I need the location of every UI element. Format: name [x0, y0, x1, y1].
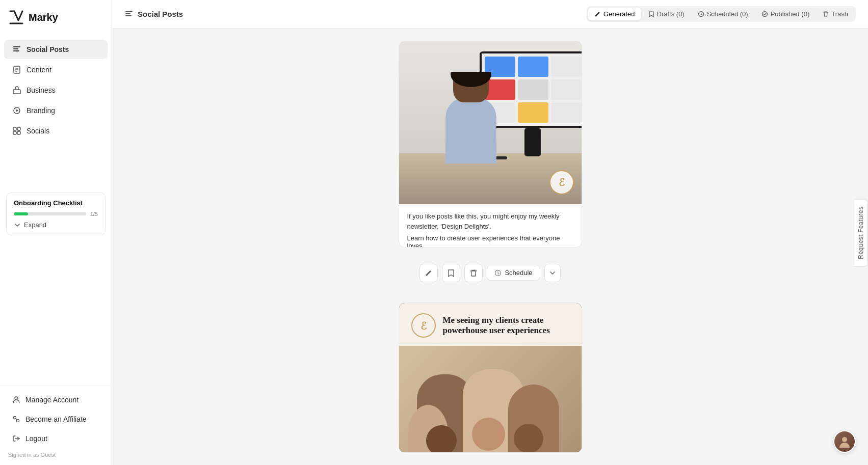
pencil-icon [594, 11, 601, 17]
header-title-group: Social Posts [124, 10, 183, 19]
branded-photo [399, 346, 582, 453]
svg-rect-1 [13, 48, 18, 49]
delete-icon [470, 269, 477, 277]
page-header: Social Posts Generated Drafts (0) [112, 0, 868, 29]
bookmark-icon [648, 11, 654, 17]
sidebar-label-content: Content [27, 66, 51, 74]
brand-circle: ℰ [411, 313, 436, 338]
tab-scheduled[interactable]: Scheduled (0) [692, 8, 754, 20]
sidebar: Marky Social Posts Content [0, 0, 112, 465]
svg-rect-11 [17, 127, 20, 130]
user-avatar[interactable] [833, 430, 856, 453]
sidebar-label-business: Business [27, 86, 56, 94]
schedule-label: Schedule [505, 269, 532, 277]
post-card-2: ℰ Me seeing my clients create powerhouse… [399, 303, 582, 453]
svg-point-16 [17, 420, 19, 422]
tab-trash[interactable]: Trash [817, 8, 854, 20]
app-name: Marky [29, 12, 58, 23]
people-scene [399, 346, 582, 453]
main-content: Social Posts Generated Drafts (0) [112, 0, 868, 465]
sidebar-item-logout[interactable]: Logout [4, 429, 108, 448]
socials-icon [12, 126, 21, 135]
svg-point-28 [842, 437, 847, 442]
schedule-clock-icon [494, 269, 502, 277]
sidebar-bottom: Manage Account Become an Affiliate Logou… [0, 385, 112, 465]
brand-watermark: ℰ [549, 170, 574, 197]
app-logo[interactable]: Marky [0, 0, 112, 35]
logout-label: Logout [25, 434, 47, 443]
request-features-tab[interactable]: Request Features [854, 199, 868, 266]
content-area: ℰ If you like posts like this, you might… [112, 29, 868, 465]
tab-generated-label: Generated [603, 10, 635, 18]
sidebar-item-social-posts[interactable]: Social Posts [4, 40, 108, 59]
tab-trash-label: Trash [831, 10, 848, 18]
business-icon [12, 86, 21, 95]
svg-text:ℰ: ℰ [559, 177, 565, 188]
post-image-1: ℰ [399, 41, 582, 204]
progress-label: 1/5 [90, 211, 98, 217]
page-title: Social Posts [138, 10, 183, 18]
svg-rect-20 [125, 13, 130, 14]
post-actions-1: Schedule [419, 260, 560, 290]
schedule-dropdown-button[interactable] [544, 264, 561, 282]
branding-icon [12, 106, 21, 115]
tab-scheduled-label: Scheduled (0) [707, 10, 748, 18]
bookmark-action-icon [448, 269, 455, 277]
post-text-1: If you like posts like this, you might e… [407, 211, 573, 231]
sidebar-item-business[interactable]: Business [4, 80, 108, 100]
onboarding-title: Onboarding Checklist [14, 199, 98, 207]
signed-in-status: Signed in as Guest [0, 449, 112, 463]
logout-icon [12, 434, 20, 443]
sidebar-label-branding: Branding [27, 106, 55, 115]
progress-bar-fill [14, 212, 28, 215]
expand-button[interactable]: Expand [14, 221, 98, 229]
svg-point-15 [14, 417, 16, 419]
schedule-button[interactable]: Schedule [487, 265, 540, 281]
social-posts-icon [12, 45, 21, 54]
sidebar-item-content[interactable]: Content [4, 60, 108, 79]
sidebar-label-social-posts: Social Posts [27, 45, 69, 53]
become-affiliate-label: Become an Affiliate [25, 415, 87, 423]
svg-point-9 [16, 110, 18, 112]
sidebar-item-socials[interactable]: Socials [4, 121, 108, 141]
affiliate-icon [12, 415, 20, 423]
progress-row: 1/5 [14, 211, 98, 217]
branded-headline: Me seeing my clients create powerhouse u… [443, 315, 569, 336]
svg-point-23 [762, 12, 767, 17]
tab-generated[interactable]: Generated [588, 8, 641, 20]
progress-bar-bg [14, 212, 86, 215]
manage-account-icon [12, 396, 20, 404]
logo-icon [8, 9, 24, 25]
tab-group: Generated Drafts (0) Scheduled (0) [587, 6, 856, 22]
bookmark-button[interactable] [442, 264, 460, 282]
tab-published[interactable]: Published (0) [755, 8, 816, 20]
sidebar-item-branding[interactable]: Branding [4, 101, 108, 120]
svg-rect-12 [13, 131, 16, 134]
svg-rect-13 [17, 131, 20, 134]
svg-rect-0 [13, 46, 20, 47]
tab-drafts-label: Drafts (0) [657, 10, 685, 18]
onboarding-checklist: Onboarding Checklist 1/5 Expand [6, 193, 106, 235]
delete-button[interactable] [464, 264, 483, 282]
tab-drafts[interactable]: Drafts (0) [642, 8, 691, 20]
main-nav: Social Posts Content Business [0, 35, 112, 188]
edit-icon [425, 269, 433, 277]
post-image-2: ℰ Me seeing my clients create powerhouse… [399, 303, 582, 453]
sidebar-item-become-affiliate[interactable]: Become an Affiliate [4, 410, 108, 428]
chevron-down-icon [14, 222, 21, 229]
svg-rect-21 [125, 15, 131, 16]
svg-rect-19 [125, 11, 133, 12]
svg-rect-10 [13, 127, 16, 130]
edit-button[interactable] [419, 264, 438, 282]
manage-account-label: Manage Account [25, 396, 78, 404]
published-icon [761, 11, 768, 17]
trash-icon [823, 11, 829, 17]
tab-published-label: Published (0) [771, 10, 810, 18]
social-posts-header-icon [124, 10, 134, 19]
svg-text:ℰ: ℰ [420, 320, 427, 332]
post-card-1: ℰ If you like posts like this, you might… [399, 41, 582, 248]
sidebar-label-socials: Socials [27, 127, 49, 135]
post-text-2: Learn how to create user experiences tha… [407, 234, 573, 248]
sidebar-item-manage-account[interactable]: Manage Account [4, 391, 108, 409]
branded-top: ℰ Me seeing my clients create powerhouse… [399, 303, 582, 346]
